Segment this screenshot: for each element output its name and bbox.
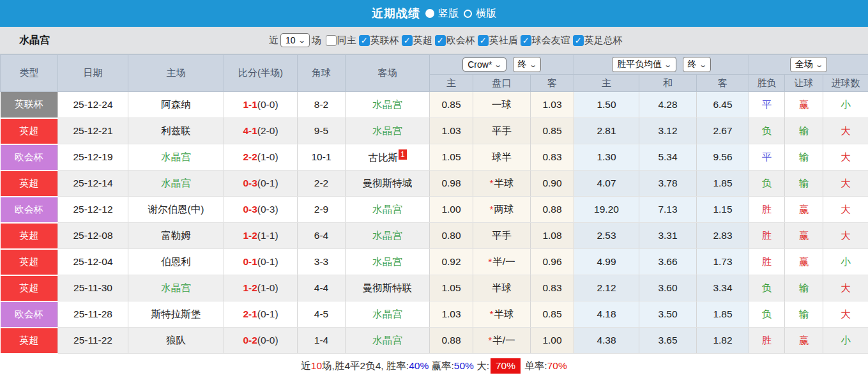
radio-selected-icon[interactable] <box>425 9 434 18</box>
handicap-home-odds: 1.05 <box>430 275 473 301</box>
checkbox-checked-icon[interactable]: ✓ <box>402 35 413 46</box>
score-cell: 2-2(1-0) <box>224 144 298 171</box>
home-team-link[interactable]: 伯恩利 <box>128 249 224 275</box>
score-cell: 1-1(0-0) <box>224 92 298 118</box>
filter-checkbox-同主[interactable]: ✓同主 <box>323 34 356 47</box>
away-team-link[interactable]: 水晶宫 <box>346 301 430 328</box>
handicap-result: 输 <box>785 171 823 197</box>
away-team-link[interactable]: 水晶宫 <box>346 197 430 223</box>
fulltime-score: 1-2 <box>243 282 257 293</box>
league-type-cell: 英联杯 <box>1 92 58 118</box>
handicap-away-odds: 0.85 <box>531 118 574 144</box>
halftime-score: (0-1) <box>257 308 278 319</box>
away-team-link[interactable]: 水晶宫 <box>346 223 430 249</box>
wdl-source-select[interactable]: 胜平负均值 ⌄ <box>612 57 676 72</box>
handicap-time-select[interactable]: 终 ⌄ <box>513 57 541 72</box>
radio-horizontal-label[interactable]: 横版 <box>476 7 496 20</box>
corner-score: 10-1 <box>298 144 346 171</box>
league-type-cell: 欧会杯 <box>1 197 58 223</box>
checkbox-checked-icon[interactable]: ✓ <box>435 35 446 46</box>
checkbox-checked-icon[interactable]: ✓ <box>478 35 489 46</box>
fulltime-score: 2-2 <box>243 151 257 162</box>
subcol-wdl: 胜负 <box>749 75 785 92</box>
wdl-time-select[interactable]: 终 ⌄ <box>683 57 711 72</box>
away-team-link[interactable]: 曼彻斯特城 <box>346 171 430 197</box>
away-team-link[interactable]: 水晶宫 <box>346 328 430 354</box>
checkbox-checked-icon[interactable]: ✓ <box>521 35 531 46</box>
handicap-time-value: 终 <box>518 59 527 70</box>
footer-stat: 单率: <box>522 360 547 373</box>
filter-checkbox-英社盾[interactable]: ✓英社盾 <box>475 34 518 47</box>
handicap-line: 半球 <box>473 275 531 301</box>
chevron-down-icon: ⌄ <box>529 61 537 69</box>
halftime-score: (1-1) <box>257 230 278 241</box>
corner-score: 2-2 <box>298 171 346 197</box>
wdl-time-value: 终 <box>688 59 697 70</box>
home-team-link[interactable]: 富勒姆 <box>128 223 224 249</box>
lose-odds: 1.15 <box>697 197 749 223</box>
home-team-link[interactable]: 谢尔伯恩(中) <box>128 197 224 223</box>
table-row: 英超 25-11-30 水晶宫 1-2(1-0) 4-4 曼彻斯特联 1.05 … <box>1 275 868 301</box>
away-team-link[interactable]: 水晶宫 <box>346 92 430 118</box>
home-team-link[interactable]: 阿森纳 <box>128 92 224 118</box>
scope-value: 全场 <box>795 59 813 70</box>
table-row: 英超 25-12-14 水晶宫 0-3(0-1) 2-2 曼彻斯特城 0.98 … <box>1 171 868 197</box>
radio-horizontal-layout[interactable]: 横版 <box>464 7 496 20</box>
filter-checkbox-英联杯[interactable]: ✓英联杯 <box>356 34 399 47</box>
filter-checkbox-英足总杯[interactable]: ✓英足总杯 <box>570 34 623 47</box>
home-team-link[interactable]: 利兹联 <box>128 118 224 144</box>
away-team-link[interactable]: 水晶宫 <box>346 249 430 275</box>
away-team-link[interactable]: 古比斯1 <box>346 144 430 171</box>
handicap-home-odds: 0.92 <box>430 249 473 275</box>
home-team-link[interactable]: 水晶宫 <box>128 171 224 197</box>
odds-company-value: Crow* <box>468 59 492 70</box>
checkbox-label[interactable]: 英联杯 <box>370 34 399 47</box>
checkbox-checked-icon[interactable]: ✓ <box>573 35 584 46</box>
home-team-link[interactable]: 水晶宫 <box>128 275 224 301</box>
draw-odds: 4.28 <box>639 92 697 118</box>
league-type-cell: 英超 <box>1 249 58 275</box>
scope-select[interactable]: 全场 ⌄ <box>790 57 827 72</box>
radio-unselected-icon[interactable] <box>464 10 472 18</box>
home-team-link[interactable]: 水晶宫 <box>128 144 224 171</box>
home-team-link[interactable]: 狼队 <box>128 328 224 354</box>
draw-odds: 5.34 <box>639 144 697 171</box>
checkbox-label[interactable]: 欧会杯 <box>446 34 475 47</box>
checkbox-label[interactable]: 同主 <box>337 34 356 47</box>
goals-result: 大 <box>823 144 868 171</box>
handicap-home-odds: 1.00 <box>430 197 473 223</box>
checkbox-label[interactable]: 英足总杯 <box>584 34 623 47</box>
chevron-down-icon: ⌄ <box>494 61 503 69</box>
filter-checkbox-英超[interactable]: ✓英超 <box>399 34 432 47</box>
subcol-eu-home: 主 <box>574 75 639 92</box>
checkbox-checked-icon[interactable]: ✓ <box>359 35 370 46</box>
handicap-line: 平手 <box>473 118 531 144</box>
match-date: 25-11-30 <box>58 275 128 301</box>
draw-odds: 3.60 <box>639 275 697 301</box>
wdl-source-value: 胜平负均值 <box>617 59 662 70</box>
halftime-score: (0-1) <box>257 178 278 188</box>
radio-vertical-label[interactable]: 竖版 <box>438 7 459 20</box>
filter-checkbox-球会友谊[interactable]: ✓球会友谊 <box>518 34 570 47</box>
recent-count-select[interactable]: 10 ⌄ <box>280 33 310 47</box>
goals-result: 大 <box>823 223 868 249</box>
league-type-cell: 欧会杯 <box>1 144 58 171</box>
matches-label: 场 <box>312 34 321 47</box>
col-header-corner: 角球 <box>298 55 346 92</box>
away-team-link[interactable]: 曼彻斯特联 <box>346 275 430 301</box>
lose-odds: 1.73 <box>697 249 749 275</box>
filter-checkbox-欧会杯[interactable]: ✓欧会杯 <box>432 34 475 47</box>
subcol-eu-away: 客 <box>697 75 749 92</box>
away-team-link[interactable]: 水晶宫 <box>346 118 430 144</box>
halftime-score: (0-3) <box>257 204 278 215</box>
checkbox-label[interactable]: 英超 <box>413 34 432 47</box>
handicap-line: 球半 <box>473 144 531 171</box>
odds-company-select[interactable]: Crow* ⌄ <box>462 57 506 72</box>
home-team-link[interactable]: 斯特拉斯堡 <box>128 301 224 328</box>
corner-score: 4-5 <box>298 301 346 328</box>
neutral-ground-badge: 1 <box>399 149 407 160</box>
checkbox-label[interactable]: 球会友谊 <box>532 34 570 47</box>
checkbox-label[interactable]: 英社盾 <box>489 34 518 47</box>
radio-vertical-layout[interactable]: 竖版 <box>425 7 459 20</box>
checkbox-unchecked-icon[interactable]: ✓ <box>326 35 337 46</box>
